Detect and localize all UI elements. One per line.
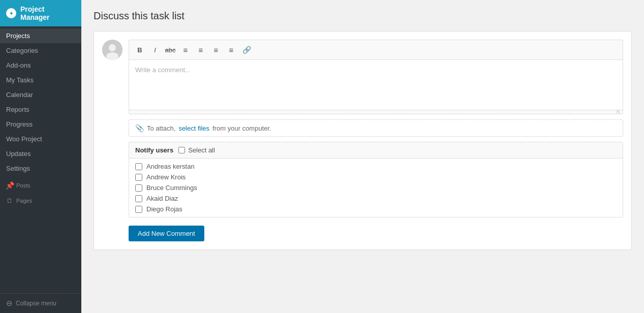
resize-icon: ⇱ — [617, 110, 621, 115]
collapse-menu-label: Collapse menu — [16, 300, 56, 307]
user-checkbox-2[interactable] — [135, 174, 142, 181]
list-item[interactable]: Bruce Cummings — [135, 184, 617, 192]
user-name: Diego Rojas — [146, 205, 182, 213]
sidebar-item-settings[interactable]: Settings — [0, 161, 81, 176]
bold-button[interactable]: B — [133, 43, 146, 56]
pin-icon: 📌 — [6, 182, 13, 189]
comment-text-input[interactable]: Write a comment... — [129, 59, 623, 110]
sidebar-item-label: Woo Project — [6, 135, 42, 143]
main-content: Discuss this task list B I abc ≡ ≡ ≡ ≡ 🔗 — [81, 0, 644, 313]
editor-resize-handle: ⇱ — [129, 110, 623, 114]
italic-button[interactable]: I — [148, 43, 162, 56]
comment-panel: B I abc ≡ ≡ ≡ ≡ 🔗 Write a comment... ⇱ 📎… — [94, 31, 632, 250]
sidebar-item-label: Reports — [6, 106, 29, 113]
paperclip-icon: 📎 — [135, 124, 144, 132]
sidebar-item-label: Add-ons — [6, 61, 30, 69]
page-icon: 🗋 — [6, 197, 13, 204]
sidebar-item-label: Progress — [6, 120, 33, 128]
sidebar-item-updates[interactable]: Updates — [0, 146, 81, 161]
user-checkbox-4[interactable] — [135, 195, 142, 202]
link-button[interactable]: 🔗 — [240, 43, 253, 56]
svg-point-1 — [109, 44, 116, 51]
strikethrough-button[interactable]: abc — [164, 43, 177, 56]
sidebar: Project Manager Projects Categories Add-… — [0, 0, 81, 313]
sidebar-item-label: Updates — [6, 150, 30, 158]
user-name: Andrew Krois — [146, 173, 186, 181]
user-name: Bruce Cummings — [146, 184, 197, 192]
sidebar-section-posts[interactable]: 📌 Posts — [0, 176, 81, 191]
user-name: Andreas kerstan — [146, 163, 195, 170]
sidebar-item-categories[interactable]: Categories — [0, 43, 81, 58]
user-name: Akaid Diaz — [146, 195, 178, 202]
select-files-link[interactable]: select files — [178, 124, 209, 132]
comment-editor-area: B I abc ≡ ≡ ≡ ≡ 🔗 Write a comment... ⇱ 📎… — [129, 40, 623, 241]
attach-prefix: To attach, — [147, 124, 175, 132]
sidebar-item-label: My Tasks — [6, 76, 34, 84]
notify-label: Notify users — [135, 146, 173, 154]
sidebar-item-label: Categories — [6, 47, 38, 54]
sidebar-section-pages-label: Pages — [16, 198, 32, 204]
user-checkbox-5[interactable] — [135, 206, 142, 213]
notify-section: Notify users Select all Andreas kerstan … — [129, 142, 623, 217]
sidebar-item-add-ons[interactable]: Add-ons — [0, 58, 81, 73]
sidebar-nav: Projects Categories Add-ons My Tasks Cal… — [0, 26, 81, 293]
page-title: Discuss this task list — [94, 10, 632, 22]
list-item[interactable]: Diego Rojas — [135, 205, 617, 213]
list-item[interactable]: Akaid Diaz — [135, 195, 617, 202]
app-logo-icon — [6, 8, 16, 18]
sidebar-section-pages[interactable]: 🗋 Pages — [0, 191, 81, 206]
align-center-button[interactable]: ≡ — [194, 43, 207, 56]
sidebar-item-projects[interactable]: Projects — [0, 28, 81, 43]
sidebar-item-progress[interactable]: Progress — [0, 117, 81, 132]
list-item[interactable]: Andrew Krois — [135, 173, 617, 181]
notify-users-list: Andreas kerstan Andrew Krois Bruce Cummi… — [129, 159, 623, 217]
sidebar-section-posts-label: Posts — [16, 182, 30, 189]
collapse-menu-button[interactable]: ⊖ Collapse menu — [0, 293, 81, 313]
align-left-button[interactable]: ≡ — [179, 43, 192, 56]
user-checkbox-1[interactable] — [135, 163, 142, 170]
notify-header: Notify users Select all — [129, 142, 623, 159]
editor-toolbar: B I abc ≡ ≡ ≡ ≡ 🔗 — [129, 40, 623, 59]
select-all-checkbox[interactable] — [178, 147, 185, 153]
attach-suffix: from your computer. — [212, 124, 271, 132]
sidebar-item-reports[interactable]: Reports — [0, 102, 81, 117]
add-new-comment-button[interactable]: Add New Comment — [129, 226, 204, 241]
sidebar-item-woo-project[interactable]: Woo Project — [0, 132, 81, 146]
select-all-text: Select all — [188, 146, 215, 154]
align-right-button[interactable]: ≡ — [225, 43, 238, 56]
sidebar-item-label: Projects — [6, 32, 30, 40]
list-item[interactable]: Andreas kerstan — [135, 163, 617, 170]
sidebar-item-label: Calendar — [6, 91, 33, 99]
collapse-circle-icon: ⊖ — [6, 299, 13, 308]
sidebar-item-my-tasks[interactable]: My Tasks — [0, 73, 81, 87]
sidebar-header: Project Manager — [0, 0, 81, 26]
avatar — [102, 40, 122, 60]
sidebar-item-calendar[interactable]: Calendar — [0, 87, 81, 102]
user-checkbox-3[interactable] — [135, 184, 142, 192]
select-all-label-wrap[interactable]: Select all — [178, 146, 215, 154]
align-justify-button[interactable]: ≡ — [209, 43, 223, 56]
editor-placeholder: Write a comment... — [135, 66, 191, 74]
attach-area: 📎 To attach, select files from your comp… — [129, 119, 623, 137]
sidebar-item-label: Settings — [6, 165, 30, 172]
app-title: Project Manager — [20, 5, 75, 21]
